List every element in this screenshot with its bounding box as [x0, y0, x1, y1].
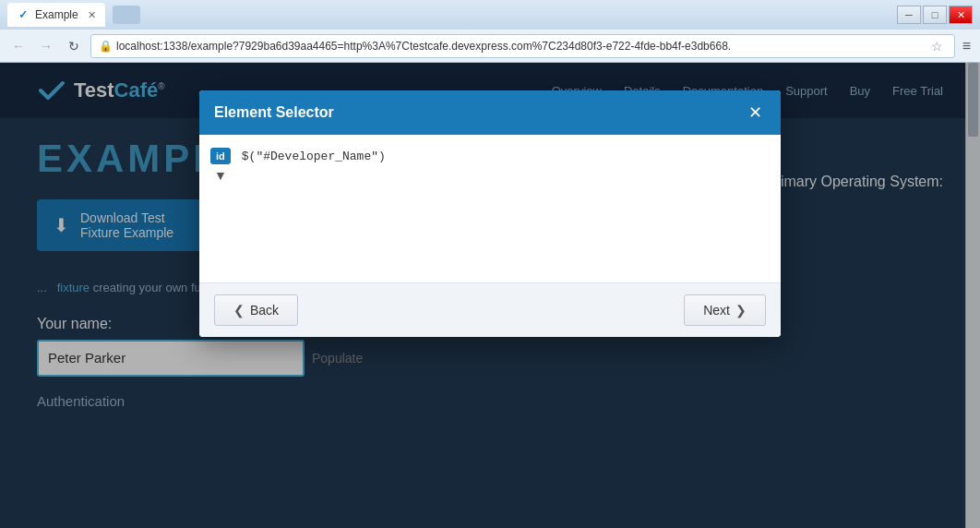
modal-footer: ❮ Back Next ❯	[199, 282, 781, 337]
back-button[interactable]: ❮ Back	[214, 294, 298, 326]
tab-favicon: ✓	[17, 8, 30, 21]
browser-tab-new[interactable]	[113, 6, 140, 24]
page-content: TestCafé® Overview Details Documentation…	[0, 63, 980, 528]
modal-header: Element Selector ✕	[199, 90, 781, 135]
modal-body: id ▼ $("#Developer_Name")	[199, 135, 781, 282]
selector-type-badge: id	[210, 148, 231, 164]
tab-title: Example	[35, 8, 78, 21]
url-text: localhost:1338/example?7929ba6d39aa4465=…	[116, 40, 927, 53]
back-label: Back	[250, 303, 279, 318]
chevron-right-icon: ❯	[735, 303, 747, 318]
address-input[interactable]: 🔒 localhost:1338/example?7929ba6d39aa446…	[90, 34, 955, 58]
selector-arrow-down[interactable]: ▼	[214, 168, 227, 183]
address-bar: ← → ↻ 🔒 localhost:1338/example?7929ba6d3…	[0, 30, 980, 63]
badge-column: id ▼	[210, 146, 231, 271]
minimize-button[interactable]: ─	[897, 6, 921, 24]
modal-title: Element Selector	[214, 104, 334, 121]
chevron-left-icon: ❮	[233, 303, 245, 318]
title-bar: ✓ Example ✕ ─ □ ✕	[0, 0, 980, 30]
close-button[interactable]: ✕	[949, 6, 973, 24]
element-selector-modal: Element Selector ✕ id ▼ $("#Developer_Na…	[199, 90, 781, 337]
modal-close-button[interactable]: ✕	[744, 102, 766, 124]
back-button[interactable]: ←	[7, 35, 30, 57]
forward-button[interactable]: →	[35, 35, 57, 57]
browser-tab-active[interactable]: ✓ Example ✕	[7, 3, 105, 27]
reload-button[interactable]: ↻	[63, 35, 85, 57]
next-label: Next	[703, 303, 730, 318]
window-controls: ─ □ ✕	[897, 6, 973, 24]
bookmark-icon[interactable]: ☆	[927, 39, 947, 54]
next-button[interactable]: Next ❯	[684, 294, 766, 326]
selector-code[interactable]: $("#Developer_Name")	[238, 146, 770, 257]
restore-button[interactable]: □	[923, 6, 947, 24]
selector-content: $("#Developer_Name")	[238, 146, 770, 271]
tab-close-button[interactable]: ✕	[88, 9, 96, 21]
modal-overlay: Element Selector ✕ id ▼ $("#Developer_Na…	[0, 63, 980, 528]
browser-window: ✓ Example ✕ ─ □ ✕ ← → ↻ 🔒 localhost:1338…	[0, 0, 980, 528]
browser-menu-button[interactable]: ≡	[961, 38, 973, 54]
